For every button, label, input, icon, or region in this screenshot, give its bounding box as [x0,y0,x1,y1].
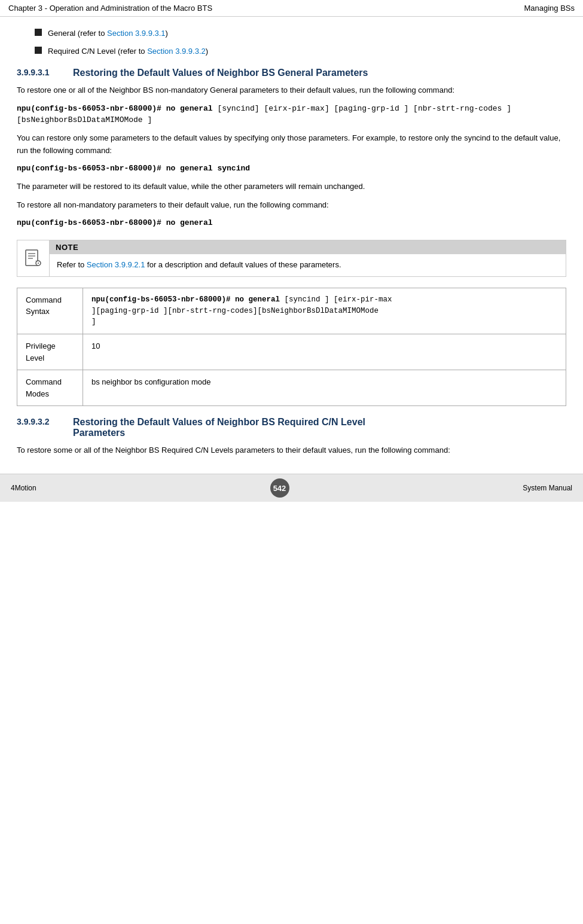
command-table: CommandSyntax npu(config-bs-66053-nbr-68… [17,288,566,406]
command1-bold: npu(config-bs-66053-nbr-68000)# no gener… [17,104,213,113]
modes-label: CommandModes [17,370,83,406]
command2-block: npu(config-bs-66053-nbr-68000)# no gener… [17,163,566,175]
syntax-bold: npu(config-bs-66053-nbr-68000)# no gener… [91,295,280,304]
bullet-icon-1 [35,29,42,36]
section1-para1: To restore one or all of the Neighbor BS… [17,84,566,97]
command3-text: npu(config-bs-66053-nbr-68000)# no gener… [17,218,213,227]
header-bar: Chapter 3 - Operation and Administration… [0,0,583,17]
note-link[interactable]: Section 3.9.9.2.1 [87,260,145,269]
bullet-text-2: Required C/N Level (refer to Section 3.9… [48,45,208,57]
note-header: NOTE [50,240,566,254]
footer-right: System Manual [523,484,572,492]
section-heading-2: 3.9.9.3.2 Restoring the Default Values o… [17,417,566,438]
command3-block: npu(config-bs-66053-nbr-68000)# no gener… [17,217,566,229]
section-title-1: Restoring the Default Values of Neighbor… [73,68,368,78]
section-num-2: 3.9.9.3.2 [17,417,65,426]
note-body: Refer to Section 3.9.9.2.1 for a descrip… [50,254,566,276]
command2-text: npu(config-bs-66053-nbr-68000)# no gener… [17,164,250,173]
bullet-item-1: General (refer to Section 3.9.9.3.1) [35,28,566,39]
section1-para3: The parameter will be restored to its de… [17,181,566,193]
note-icon-col [17,240,50,276]
note-content: NOTE Refer to Section 3.9.9.2.1 for a de… [50,240,566,276]
footer-left: 4Motion [11,484,36,492]
table-row-modes: CommandModes bs neighbor bs configuratio… [17,370,566,406]
section-heading-1: 3.9.9.3.1 Restoring the Default Values o… [17,68,566,78]
section-num-1: 3.9.9.3.1 [17,68,65,77]
bullet-icon-2 [35,47,42,54]
header-right: Managing BSs [524,4,575,13]
syntax-label: CommandSyntax [17,288,83,334]
section1-para4: To restore all non-mandatory parameters … [17,199,566,212]
section2-para1: To restore some or all of the Neighbor B… [17,444,566,457]
section1-para2: You can restore only some parameters to … [17,132,566,157]
link-section-1[interactable]: Section 3.9.9.3.1 [107,29,166,38]
section-title-2: Restoring the Default Values of Neighbor… [73,417,365,438]
link-section-2[interactable]: Section 3.9.9.3.2 [147,47,206,56]
footer-bar: 4Motion 542 System Manual [0,474,583,502]
footer-page: 542 [270,478,289,498]
bullet-item-2: Required C/N Level (refer to Section 3.9… [35,45,566,57]
privilege-label: PrivilegeLevel [17,334,83,370]
note-icon [24,249,43,268]
modes-value: bs neighbor bs configuration mode [83,370,566,406]
syntax-value: npu(config-bs-66053-nbr-68000)# no gener… [83,288,566,334]
note-box: NOTE Refer to Section 3.9.9.2.1 for a de… [17,240,566,277]
command1-block: npu(config-bs-66053-nbr-68000)# no gener… [17,103,566,126]
table-row-privilege: PrivilegeLevel 10 [17,334,566,370]
header-left: Chapter 3 - Operation and Administration… [8,4,212,13]
privilege-value: 10 [83,334,566,370]
bullet-text-1: General (refer to Section 3.9.9.3.1) [48,28,168,39]
table-row-syntax: CommandSyntax npu(config-bs-66053-nbr-68… [17,288,566,334]
